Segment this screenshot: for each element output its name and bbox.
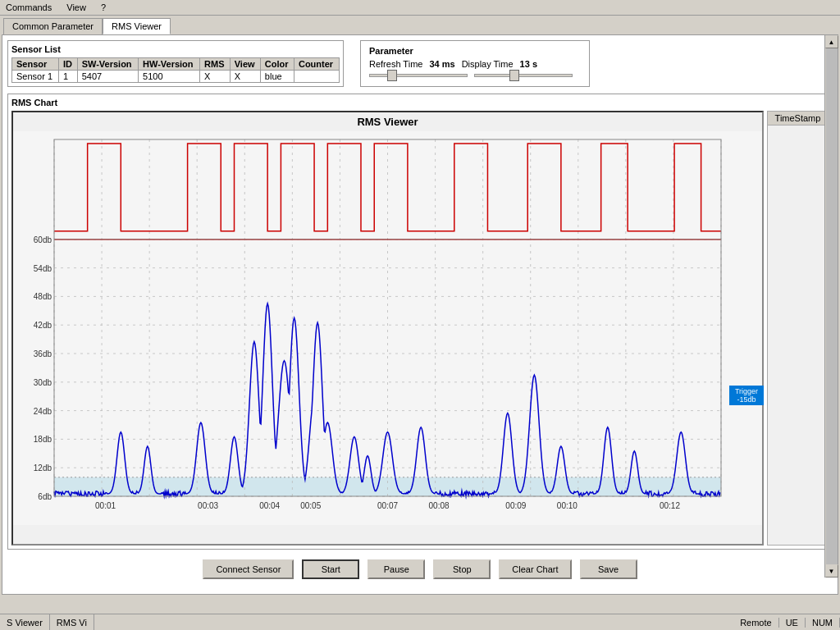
pause-button[interactable]: Pause <box>368 559 425 579</box>
chart-area: RMS Viewer Trigger -15db TimeStamp <box>11 111 829 546</box>
col-hw-version: HW-Version <box>139 58 200 71</box>
col-id: ID <box>58 58 77 71</box>
sensor-table: Sensor ID SW-Version HW-Version RMS View… <box>11 57 340 83</box>
save-button[interactable]: Save <box>580 559 637 579</box>
tab-rms-viewer[interactable]: RMS Viewer <box>103 18 171 34</box>
status-ue: UE <box>779 618 806 628</box>
col-view: View <box>230 58 260 71</box>
chart-canvas-wrapper: Trigger -15db <box>13 131 762 533</box>
status-item-viewer: S Viewer <box>0 614 50 630</box>
tab-bar: Common Parameter RMS Viewer <box>0 16 840 34</box>
col-sensor: Sensor <box>12 58 59 71</box>
refresh-label: Refresh Time <box>369 59 422 69</box>
menu-commands[interactable]: Commands <box>3 2 54 13</box>
scroll-down-arrow[interactable]: ▼ <box>825 564 838 578</box>
sensor-list-title: Sensor List <box>11 44 340 54</box>
main-content: Sensor List Sensor ID SW-Version HW-Vers… <box>2 34 838 595</box>
chart-title: RMS Viewer <box>13 112 762 131</box>
button-bar: Connect Sensor Start Pause Stop Clear Ch… <box>7 553 833 586</box>
clear-chart-button[interactable]: Clear Chart <box>499 559 571 579</box>
col-color: Color <box>260 58 294 71</box>
col-rms: RMS <box>200 58 231 71</box>
chart-main: RMS Viewer Trigger -15db <box>11 111 764 546</box>
rms-chart-label: RMS Chart <box>11 98 829 107</box>
cell-counter <box>294 71 339 83</box>
col-sw-version: SW-Version <box>77 58 138 71</box>
cell-view: X <box>230 71 260 83</box>
cell-sw-version: 5407 <box>77 71 138 83</box>
cell-rms: X <box>200 71 231 83</box>
status-bar: S Viewer RMS Vi Remote UE NUM <box>0 614 840 630</box>
display-slider[interactable] <box>474 74 573 77</box>
status-right: Remote UE NUM <box>733 618 840 628</box>
menu-help[interactable]: ? <box>98 2 108 13</box>
timestamp-header: TimeStamp <box>768 112 828 126</box>
slider-container-1 <box>369 74 581 77</box>
display-value: 13 s <box>520 59 537 69</box>
chart-canvas <box>13 131 762 525</box>
connect-sensor-button[interactable]: Connect Sensor <box>203 559 294 579</box>
display-label: Display Time <box>462 59 514 69</box>
status-item-rms: RMS Vi <box>50 614 94 630</box>
table-row[interactable]: Sensor 1 1 5407 5100 X X blue <box>12 71 340 83</box>
parameter-group: Parameter Refresh Time 34 ms Display Tim… <box>360 40 590 87</box>
cell-id: 1 <box>58 71 77 83</box>
tab-common-parameter[interactable]: Common Parameter <box>3 18 103 34</box>
table-header-row: Sensor ID SW-Version HW-Version RMS View… <box>12 58 340 71</box>
cell-hw-version: 5100 <box>139 71 200 83</box>
status-num: NUM <box>806 618 840 628</box>
start-button[interactable]: Start <box>302 559 359 579</box>
cell-color: blue <box>260 71 294 83</box>
sensor-list-group: Sensor List Sensor ID SW-Version HW-Vers… <box>7 40 344 87</box>
timestamp-panel: TimeStamp <box>767 111 829 546</box>
stop-button[interactable]: Stop <box>433 559 491 579</box>
refresh-slider[interactable] <box>369 74 468 77</box>
menu-view[interactable]: View <box>64 2 89 13</box>
trigger-label: Trigger -15db <box>729 386 764 405</box>
menu-bar: Commands View ? <box>0 0 840 16</box>
refresh-value: 34 ms <box>429 59 454 69</box>
scrollbar-right: ▲ ▼ <box>824 35 838 578</box>
rms-chart-section: RMS Chart RMS Viewer Trigger -15db TimeS… <box>7 94 833 550</box>
col-counter: Counter <box>294 58 339 71</box>
status-remote: Remote <box>733 618 779 628</box>
cell-sensor-name: Sensor 1 <box>12 71 59 83</box>
scroll-track[interactable] <box>826 48 838 564</box>
param-row-refresh: Refresh Time 34 ms Display Time 13 s <box>369 59 581 69</box>
scroll-up-arrow[interactable]: ▲ <box>825 35 838 48</box>
parameter-title: Parameter <box>369 46 581 56</box>
